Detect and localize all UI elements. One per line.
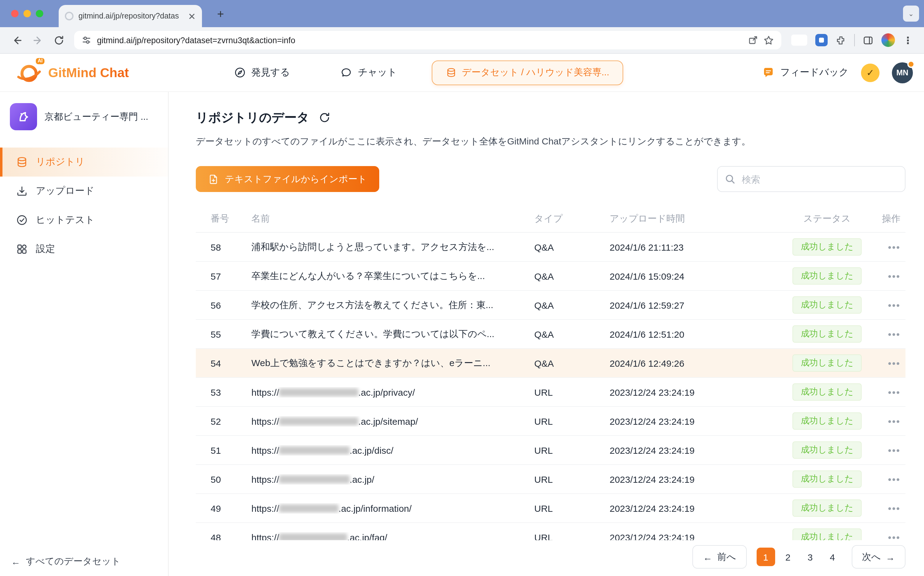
address-bar[interactable]: gitmind.ai/jp/repository?dataset=zvrnu3q… — [74, 31, 781, 50]
sidebar-item-hit-test[interactable]: ヒットテスト — [0, 206, 168, 235]
toolbar-extensions-area: ⋮ — [788, 34, 917, 47]
sidebar-item-settings[interactable]: 設定 — [0, 235, 168, 264]
side-panel-icon[interactable] — [863, 35, 873, 45]
row-actions-button[interactable]: ••• — [888, 387, 900, 397]
row-upload-time: 2023/12/24 23:24:19 — [593, 416, 778, 426]
row-actions: ••• — [876, 358, 905, 368]
user-avatar[interactable]: MN — [892, 62, 913, 83]
database-icon — [446, 67, 456, 78]
brand-title: GitMind Chat — [48, 65, 129, 80]
row-status: 成功しました — [778, 442, 876, 459]
tab-close-icon[interactable]: ✕ — [188, 11, 196, 21]
table-row[interactable]: 50 https://.ac.jp/ URL 2023/12/24 23:24:… — [196, 465, 905, 494]
dataset-avatar-icon — [10, 103, 37, 130]
prev-page-button[interactable]: ← 前へ — [693, 545, 747, 569]
row-type: URL — [518, 445, 593, 455]
browser-menu-icon[interactable]: ⋮ — [903, 34, 913, 46]
window-minimize-button[interactable] — [24, 10, 31, 17]
search-box[interactable] — [717, 166, 905, 192]
sidebar-item-upload[interactable]: アップロード — [0, 176, 168, 206]
vip-badge-icon[interactable]: ✓ — [861, 63, 879, 82]
row-actions-button[interactable]: ••• — [888, 242, 900, 252]
row-actions-button[interactable]: ••• — [888, 474, 900, 484]
back-arrow-icon: ← — [11, 556, 20, 567]
status-badge: 成功しました — [793, 267, 862, 285]
status-badge: 成功しました — [793, 442, 862, 459]
extensions-puzzle-icon[interactable] — [836, 35, 846, 45]
page-number-1[interactable]: 1 — [756, 547, 775, 566]
forward-button[interactable] — [29, 31, 47, 50]
bookmark-star-icon[interactable] — [764, 35, 774, 45]
row-actions-button[interactable]: ••• — [888, 532, 900, 540]
status-badge: 成功しました — [793, 238, 862, 256]
table-row[interactable]: 55 学費について教えてください。学費については以下のペ... Q&A 2024… — [196, 320, 905, 349]
refresh-icon[interactable] — [319, 112, 330, 123]
page-number-3[interactable]: 3 — [801, 547, 819, 566]
new-tab-button[interactable]: + — [212, 6, 229, 23]
row-actions-button[interactable]: ••• — [888, 300, 900, 310]
row-actions-button[interactable]: ••• — [888, 271, 900, 281]
table-body: 58 浦和駅から訪問しようと思っています。アクセス方法を... Q&A 2024… — [196, 233, 905, 540]
table-row[interactable]: 49 https://.ac.jp/information/ URL 2023/… — [196, 494, 905, 523]
status-badge: 成功しました — [793, 354, 862, 372]
table-row[interactable]: 52 https://.ac.jp/sitemap/ URL 2023/12/2… — [196, 407, 905, 436]
page-number-2[interactable]: 2 — [778, 547, 797, 566]
password-manager-extension-icon[interactable] — [815, 34, 828, 46]
row-upload-time: 2024/1/6 12:51:20 — [593, 329, 778, 339]
row-type: Q&A — [518, 242, 593, 252]
sidebar-item-repository[interactable]: リポジトリ — [0, 147, 168, 176]
browser-tab[interactable]: gitmind.ai/jp/repository?datas ✕ — [59, 5, 202, 27]
settings-icon — [16, 243, 28, 255]
redacted-text — [279, 446, 349, 454]
row-name: https://.ac.jp/sitemap/ — [239, 416, 518, 426]
back-button[interactable] — [7, 31, 26, 50]
table-row[interactable]: 48 https://.ac.jp/faq/ URL 2023/12/24 23… — [196, 523, 905, 540]
row-actions-button[interactable]: ••• — [888, 445, 900, 455]
import-from-text-button[interactable]: テキストファイルからインポート — [196, 166, 379, 192]
gitmind-logo[interactable]: AI GitMind Chat — [16, 59, 129, 85]
redacted-text — [279, 475, 349, 483]
next-page-button[interactable]: 次へ → — [852, 545, 905, 569]
window-zoom-button[interactable] — [36, 10, 43, 17]
sidebar-item-label: ヒットテスト — [36, 214, 94, 227]
import-button-label: テキストファイルからインポート — [225, 173, 367, 185]
sidebar-item-label: 設定 — [36, 243, 55, 256]
row-number: 57 — [196, 271, 239, 281]
search-icon — [725, 174, 735, 184]
profile-avatar-icon[interactable] — [881, 34, 895, 47]
search-input[interactable] — [741, 173, 897, 185]
table-row[interactable]: 58 浦和駅から訪問しようと思っています。アクセス方法を... Q&A 2024… — [196, 233, 905, 262]
row-actions-button[interactable]: ••• — [888, 503, 900, 514]
nav-discover[interactable]: 発見する — [234, 66, 290, 79]
all-datasets-link[interactable]: ← すべてのデータセット — [11, 556, 120, 567]
table-row[interactable]: 54 Web上で勉強をすることはできますか？はい、eラーニ... Q&A 202… — [196, 349, 905, 378]
tab-search-button[interactable]: ⌄ — [903, 6, 919, 22]
row-actions-button[interactable]: ••• — [888, 329, 900, 339]
site-settings-icon[interactable] — [82, 35, 91, 45]
sidebar-dataset-header[interactable]: 京都ビューティー専門 ... — [0, 92, 168, 139]
dataset-switcher-pill[interactable]: データセット / ハリウッド美容専... — [432, 60, 623, 85]
nav-chat[interactable]: チャット — [341, 66, 397, 79]
table-row[interactable]: 51 https://.ac.jp/disc/ URL 2023/12/24 2… — [196, 436, 905, 465]
toolbar-chip-icon[interactable] — [791, 35, 807, 46]
discover-icon — [234, 67, 245, 78]
redacted-text — [279, 504, 338, 512]
table-row[interactable]: 57 卒業生にどんな人がいる？卒業生についてはこちらを... Q&A 2024/… — [196, 262, 905, 291]
chat-icon — [341, 67, 352, 78]
row-actions-button[interactable]: ••• — [888, 416, 900, 426]
window-close-button[interactable] — [11, 10, 19, 17]
page-number-4[interactable]: 4 — [823, 547, 842, 566]
reload-button[interactable] — [50, 31, 68, 50]
tab-favicon-icon — [65, 12, 74, 20]
all-datasets-label: すべてのデータセット — [26, 556, 120, 567]
row-upload-time: 2024/1/6 12:59:27 — [593, 300, 778, 310]
row-upload-time: 2024/1/6 12:49:26 — [593, 358, 778, 368]
share-icon[interactable] — [748, 35, 758, 45]
feedback-button[interactable]: フィードバック — [762, 66, 849, 79]
row-status: 成功しました — [778, 470, 876, 488]
table-row[interactable]: 56 学校の住所、アクセス方法を教えてください。住所：東... Q&A 2024… — [196, 291, 905, 320]
table-row[interactable]: 53 https://.ac.jp/privacy/ URL 2023/12/2… — [196, 378, 905, 407]
row-actions-button[interactable]: ••• — [888, 358, 900, 368]
main-content: リポジトリのデータ データセットのすべてのファイルがここに表示され、データセット… — [169, 92, 924, 576]
row-number: 51 — [196, 445, 239, 455]
